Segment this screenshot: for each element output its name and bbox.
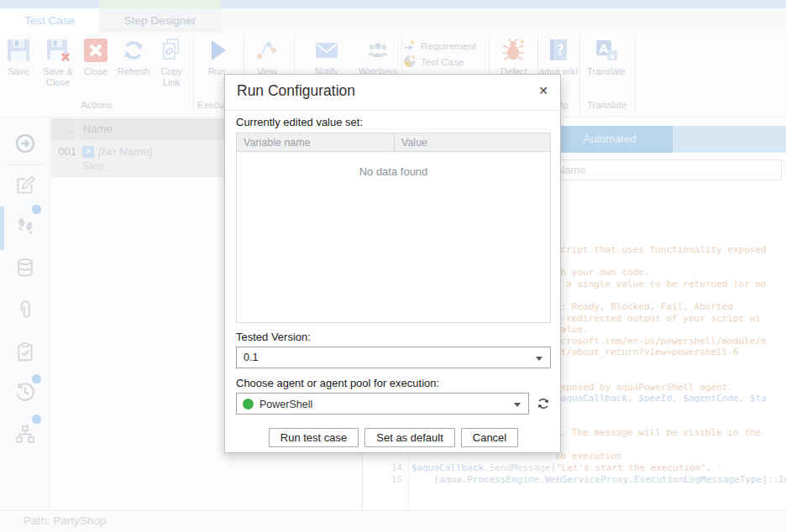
test-case-pie-icon: [403, 55, 417, 70]
app-window: Test Case Step Designer Save Save & Clos…: [0, 0, 786, 532]
dialog-close-icon[interactable]: ✕: [535, 82, 552, 99]
run-icon: [203, 37, 230, 64]
tested-version-label: Tested Version:: [236, 331, 551, 343]
sitemap-icon: [14, 433, 36, 447]
defect-button[interactable]: Defect: [494, 37, 534, 77]
run-test-case-button[interactable]: Run test case: [269, 428, 359, 447]
group-label-actions: Actions: [0, 100, 193, 110]
sidebar-selection-indicator: [0, 206, 4, 250]
translate-icon: Aa: [593, 37, 620, 64]
code-line: icrosoft.com/en-us/powershell/module/m: [555, 336, 767, 347]
step-name-input[interactable]: [551, 159, 782, 180]
step-designer-tab-color-strip: [99, 0, 221, 8]
sidebar-item-checklist[interactable]: [14, 341, 36, 362]
sidebar-item-data[interactable]: [14, 257, 36, 279]
copy-link-button[interactable]: Copy Link: [153, 37, 190, 88]
status-path: Path: PartyShop: [24, 514, 106, 527]
code-line: a. The message will be visible in the: [555, 427, 761, 438]
sidebar-item-steps[interactable]: [14, 215, 36, 237]
sidebar-item-history[interactable]: [14, 381, 36, 403]
code-line: s a single value to be returned (or no: [555, 279, 767, 289]
close-button[interactable]: Close: [77, 37, 114, 77]
copy-link-icon: [158, 37, 185, 64]
view-icon: [254, 37, 280, 64]
add-requirement-button[interactable]: Requirement: [403, 38, 492, 54]
value-set-table: Variable name Value No data found: [236, 133, 551, 323]
agent-select[interactable]: PowerShell: [236, 393, 529, 415]
svg-text:?: ?: [557, 43, 564, 58]
column-more: ...: [51, 118, 77, 140]
sidebar-item-attachments[interactable]: [14, 299, 36, 321]
code-line: ob execution: [555, 451, 621, 462]
close-icon: [82, 37, 109, 64]
steps-footprints-icon: [14, 225, 36, 239]
paperclip-icon: [14, 309, 36, 323]
left-sidebar: [0, 117, 50, 510]
edit-pencil-icon: [14, 185, 36, 199]
run-button[interactable]: Run: [196, 37, 237, 77]
line-number: 14: [379, 462, 402, 473]
refresh-button[interactable]: Refresh: [114, 37, 153, 77]
agent-label: Choose agent or agent pool for execution…: [236, 377, 551, 389]
svg-text:A: A: [600, 42, 609, 55]
watchers-button[interactable]: Watchers: [356, 37, 400, 77]
line-number: 15: [379, 474, 402, 485]
sidebar-item-goto[interactable]: [14, 133, 36, 154]
code-line: script that uses functionality exposed: [555, 244, 767, 255]
window-top-strip: [0, 0, 786, 8]
set-as-default-button[interactable]: Set as default: [364, 428, 455, 447]
sidebar-item-edit[interactable]: [14, 175, 36, 196]
agent-refresh-icon[interactable]: [536, 396, 551, 411]
code-line: $aquaCallback, $peeId, $agentCode, $ta: [555, 393, 767, 404]
cancel-button[interactable]: Cancel: [461, 428, 518, 447]
code-line: n-redirected output of your script wi: [555, 313, 761, 324]
sidebar-item-hierarchy[interactable]: [14, 423, 36, 445]
tab-automated[interactable]: Automated: [547, 126, 673, 153]
code-line: exposed by aquaPowerShell agent.: [555, 382, 733, 393]
translate-button[interactable]: Aa Translate: [584, 37, 628, 77]
powershell-step-icon: >: [82, 146, 94, 158]
wiki-book-question-icon: ?: [545, 37, 572, 64]
dialog-header: Run Configuration ✕: [225, 75, 560, 111]
value-set-label: Currently edited value set:: [236, 116, 551, 128]
save-and-close-button[interactable]: Save & Close: [39, 37, 77, 88]
agent-value: PowerShell: [259, 399, 312, 410]
chevron-down-icon: [536, 357, 542, 361]
code-line: [aqua.ProcessEngine.WebServiceProxy.Exec…: [411, 474, 786, 485]
step-number: 001: [51, 145, 76, 158]
value-set-table-header: Variable name Value: [237, 133, 550, 152]
history-clock-icon: [14, 391, 36, 405]
watchers-people-icon: [364, 37, 391, 64]
tab-test-case[interactable]: Test Case: [0, 8, 99, 33]
arrow-circle-icon: [14, 143, 36, 157]
run-configuration-dialog: Run Configuration ✕ Currently edited val…: [224, 74, 561, 453]
code-line: th your own code.: [555, 267, 650, 278]
view-button[interactable]: View: [247, 37, 287, 77]
chevron-down-icon: [514, 403, 521, 407]
group-label-translate: Translate: [579, 100, 635, 110]
dialog-title: Run Configuration: [237, 82, 355, 100]
database-icon: [14, 267, 36, 281]
save-button[interactable]: Save: [0, 37, 37, 77]
column-variable-name: Variable name: [237, 133, 395, 151]
add-item-stack: Requirement Test Case: [403, 38, 492, 70]
dialog-footer: Run test case Set as default Cancel: [225, 428, 562, 447]
svg-text:a: a: [610, 52, 615, 60]
aqua-wiki-button[interactable]: ? aqua wiki: [539, 37, 578, 77]
defect-bug-icon: [500, 37, 527, 64]
step-name: [No Name]: [98, 145, 153, 158]
hierarchy-notification-dot: [32, 415, 41, 424]
sidebar-divider: [5, 164, 44, 165]
agent-row: PowerShell: [236, 393, 551, 415]
history-notification-dot: [32, 374, 41, 383]
dialog-body: Currently edited value set: Variable nam…: [236, 111, 551, 415]
agent-online-dot: [243, 399, 254, 409]
value-set-table-body: No data found: [237, 152, 550, 322]
tab-step-designer[interactable]: Step Designer: [99, 8, 221, 33]
add-test-case-button[interactable]: Test Case: [403, 54, 492, 70]
clipboard-check-icon: [14, 351, 36, 365]
notify-button[interactable]: Notify: [306, 37, 348, 77]
tested-version-select[interactable]: 0.1: [236, 347, 551, 368]
steps-notification-dot: [32, 205, 41, 214]
refresh-icon: [120, 37, 147, 64]
